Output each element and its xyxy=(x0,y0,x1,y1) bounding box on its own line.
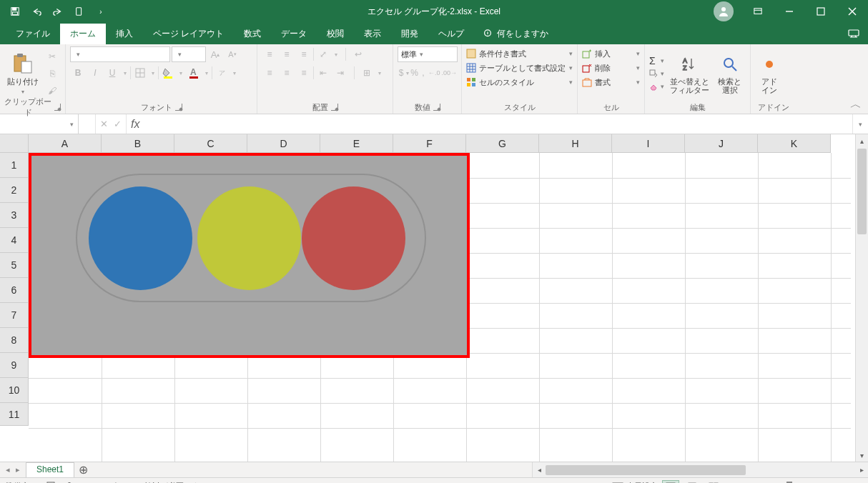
tell-me-search[interactable]: 何をしますか xyxy=(474,24,557,44)
bold-button[interactable]: B xyxy=(70,65,86,81)
tab-developer[interactable]: 開発 xyxy=(391,24,428,44)
font-name-combo[interactable]: ▾ xyxy=(70,46,170,62)
qat-customize-icon[interactable]: › xyxy=(92,2,110,21)
tab-page-layout[interactable]: ページ レイアウト xyxy=(143,24,234,44)
horizontal-scrollbar[interactable]: ◂ ▸ xyxy=(532,462,868,477)
addins-button[interactable]: アド イン xyxy=(755,51,784,96)
tab-formulas[interactable]: 数式 xyxy=(234,24,271,44)
align-middle-icon[interactable]: ≡ xyxy=(279,46,295,62)
fill-button[interactable]: ▾ xyxy=(649,67,664,80)
formula-bar-expand-icon[interactable]: ▾ xyxy=(852,114,868,134)
align-left-icon[interactable]: ≡ xyxy=(262,65,277,81)
close-button[interactable] xyxy=(837,0,868,23)
sheet-nav-next-icon[interactable]: ▸ xyxy=(16,465,20,474)
hscroll-thumb[interactable] xyxy=(546,465,746,475)
row-header[interactable]: 2 xyxy=(0,178,29,203)
percent-format-icon[interactable]: % xyxy=(410,65,418,81)
tab-view[interactable]: 表示 xyxy=(354,24,391,44)
col-header[interactable]: K xyxy=(758,134,831,153)
borders-icon[interactable] xyxy=(132,65,148,81)
minimize-button[interactable] xyxy=(774,0,805,23)
scroll-right-icon[interactable]: ▸ xyxy=(855,466,868,474)
sheet-tab[interactable]: Sheet1 xyxy=(26,462,74,477)
normal-view-icon[interactable] xyxy=(662,480,679,484)
tab-home[interactable]: ホーム xyxy=(60,24,106,44)
col-header[interactable]: I xyxy=(612,134,685,153)
number-dialog-launcher[interactable] xyxy=(433,104,440,111)
col-header[interactable]: A xyxy=(29,134,102,153)
delete-cells-button[interactable]: 削除▾ xyxy=(582,61,640,75)
alignment-dialog-launcher[interactable] xyxy=(331,104,338,111)
col-header[interactable]: G xyxy=(466,134,539,153)
row-header[interactable]: 11 xyxy=(0,403,29,426)
save-icon[interactable] xyxy=(6,2,24,21)
sort-filter-button[interactable]: AZ 並べ替えと フィルター xyxy=(667,51,712,96)
decrease-indent-icon[interactable]: ⇤ xyxy=(315,65,331,81)
conditional-formatting-button[interactable]: 条件付き書式▾ xyxy=(466,46,573,61)
italic-button[interactable]: I xyxy=(87,65,103,81)
align-top-icon[interactable]: ≡ xyxy=(262,46,277,62)
red-circle-shape[interactable] xyxy=(302,186,405,290)
page-layout-view-icon[interactable] xyxy=(684,480,701,484)
grow-font-icon[interactable]: A▴ xyxy=(207,46,223,62)
yellow-circle-shape[interactable] xyxy=(197,186,301,290)
row-header[interactable]: 8 xyxy=(0,328,29,353)
scroll-down-icon[interactable]: ▾ xyxy=(856,449,868,462)
row-header[interactable]: 4 xyxy=(0,228,29,253)
undo-icon[interactable] xyxy=(27,2,46,21)
increase-decimal-icon[interactable]: ←.0 xyxy=(428,65,440,81)
col-header[interactable]: D xyxy=(247,134,320,153)
cell-styles-button[interactable]: セルのスタイル▾ xyxy=(466,75,573,89)
align-bottom-icon[interactable]: ≡ xyxy=(296,46,312,62)
formula-input[interactable] xyxy=(144,114,852,134)
format-cells-button[interactable]: 書式▾ xyxy=(582,75,640,89)
underline-button[interactable]: U xyxy=(104,65,120,81)
row-header[interactable]: 6 xyxy=(0,278,29,303)
clipboard-dialog-launcher[interactable] xyxy=(54,104,61,111)
format-as-table-button[interactable]: テーブルとして書式設定▾ xyxy=(466,61,573,75)
font-size-combo[interactable]: ▾ xyxy=(172,46,206,62)
page-break-view-icon[interactable] xyxy=(705,480,722,484)
col-header[interactable]: F xyxy=(393,134,466,153)
phonetic-icon[interactable]: ア xyxy=(214,65,230,81)
user-avatar-icon[interactable] xyxy=(714,1,734,21)
formula-cancel-icon[interactable]: ✕ xyxy=(100,119,108,129)
font-dialog-launcher[interactable] xyxy=(175,104,182,111)
new-sheet-button[interactable]: ⊕ xyxy=(74,462,92,477)
col-header[interactable]: J xyxy=(685,134,758,153)
tab-help[interactable]: ヘルプ xyxy=(428,24,474,44)
macro-record-icon[interactable] xyxy=(46,481,56,484)
copy-icon[interactable]: ⎘ xyxy=(44,66,60,81)
tab-review[interactable]: 校閲 xyxy=(317,24,354,44)
tab-insert[interactable]: 挿入 xyxy=(106,24,143,44)
clear-button[interactable]: ▾ xyxy=(649,80,664,93)
row-header[interactable]: 10 xyxy=(0,378,29,403)
select-all-corner[interactable] xyxy=(0,134,29,153)
sheet-nav[interactable]: ◂ ▸ xyxy=(0,462,26,477)
paste-button[interactable]: 貼り付け ▾ xyxy=(4,51,41,96)
col-header[interactable]: B xyxy=(102,134,174,153)
row-header[interactable]: 7 xyxy=(0,303,29,328)
col-header[interactable]: C xyxy=(174,134,247,153)
maximize-button[interactable] xyxy=(805,0,837,23)
scroll-up-icon[interactable]: ▴ xyxy=(856,134,868,147)
col-header[interactable]: E xyxy=(320,134,393,153)
ribbon-display-options-icon[interactable] xyxy=(742,0,774,23)
row-header[interactable]: 9 xyxy=(0,353,29,378)
vscroll-thumb[interactable] xyxy=(857,149,867,234)
scroll-left-icon[interactable]: ◂ xyxy=(533,466,546,474)
autosum-button[interactable]: Σ▾ xyxy=(649,54,664,67)
col-header[interactable]: H xyxy=(539,134,612,153)
font-color-icon[interactable]: A xyxy=(186,65,202,81)
row-header[interactable]: 3 xyxy=(0,203,29,228)
accounting-format-icon[interactable]: $ xyxy=(398,65,405,81)
merge-center-icon[interactable]: ⊞ xyxy=(359,65,375,81)
align-center-icon[interactable]: ≡ xyxy=(279,65,295,81)
wrap-text-icon[interactable]: ↩ xyxy=(350,46,366,62)
find-select-button[interactable]: 検索と 選択 xyxy=(715,51,744,96)
blue-circle-shape[interactable] xyxy=(89,186,192,290)
tab-file[interactable]: ファイル xyxy=(6,24,60,44)
number-format-combo[interactable]: 標準▾ xyxy=(398,46,458,62)
shape-group-highlight[interactable] xyxy=(29,153,470,358)
share-icon[interactable] xyxy=(844,26,864,41)
